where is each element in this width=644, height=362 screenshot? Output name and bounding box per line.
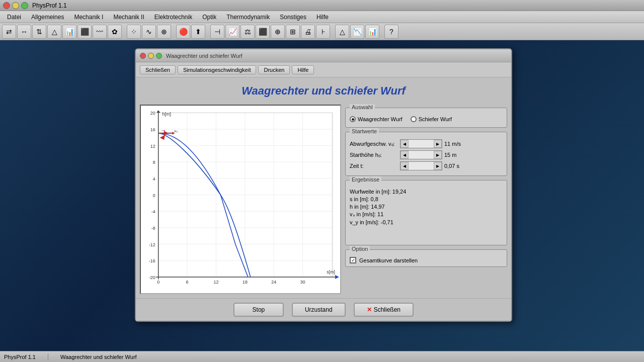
tb-btn-11[interactable]: ⊕ xyxy=(157,25,171,39)
tb-btn-8[interactable]: ✿ xyxy=(108,25,122,39)
status-left: PhysProf 1.1 xyxy=(4,354,36,360)
tb-btn-10[interactable]: ∿ xyxy=(142,25,156,39)
starthoehe-stepper[interactable]: ◀ ▶ xyxy=(400,150,442,159)
dialog-buttons: Stop Urzustand ✕ Schließen xyxy=(136,298,511,321)
status-separator xyxy=(48,353,48,360)
starthoehe-dec[interactable]: ◀ xyxy=(400,151,409,159)
menu-datei[interactable]: Datei xyxy=(2,13,26,22)
starthoehe-inc[interactable]: ▶ xyxy=(434,151,442,159)
tb-btn-24[interactable]: 📊 xyxy=(365,25,379,39)
tb-btn-16[interactable]: ⚖ xyxy=(240,25,255,39)
menu-hilfe[interactable]: Hilfe xyxy=(311,13,334,22)
tb-btn-21[interactable]: ⊦ xyxy=(316,25,330,39)
zeit-label: Zeit t: xyxy=(350,163,400,169)
s-text: s in [m]: 0,8 xyxy=(350,196,503,202)
svg-text:24: 24 xyxy=(271,280,276,285)
tb-btn-14[interactable]: ⊣ xyxy=(210,25,224,39)
tb-btn-18[interactable]: ⊕ xyxy=(271,25,285,39)
radio-waagrecht-label: Waagrechter Wurf xyxy=(358,116,403,122)
svg-text:h[m]: h[m] xyxy=(163,112,171,117)
wurfweite-text: Wurfweite in [m]: 19,24 xyxy=(350,189,503,195)
tb-btn-9[interactable]: ⁘ xyxy=(127,25,141,39)
menu-allgemeines[interactable]: Allgemeines xyxy=(26,13,69,22)
dialog-hilfe-btn[interactable]: Hilfe xyxy=(292,65,314,74)
radio-schief[interactable]: Schiefer Wurf xyxy=(411,116,452,122)
gesamtkurve-checkbox[interactable] xyxy=(350,257,356,263)
svg-text:16: 16 xyxy=(150,127,155,132)
startwerte-group: Startwerte Abwurfgeschw. v₀: ◀ ▶ 11 m/s xyxy=(345,132,507,176)
abwurf-dec[interactable]: ◀ xyxy=(400,140,409,148)
tb-btn-2[interactable]: ↔ xyxy=(17,25,31,39)
menu-optik[interactable]: Optik xyxy=(197,13,221,22)
dialog-toolbar: Schließen Simulationsgeschwindigkeit Dru… xyxy=(136,62,511,77)
svg-text:30: 30 xyxy=(300,280,305,285)
svg-text:→: → xyxy=(160,128,165,133)
vy-text: v_y in [m/s]: -0,71 xyxy=(350,219,503,225)
auswahl-group: Auswahl Waagrechter Wurf Schiefer Wurf xyxy=(345,108,507,128)
tb-btn-15[interactable]: 📈 xyxy=(225,25,239,39)
menu-thermo[interactable]: Thermodynamik xyxy=(221,13,275,22)
tb-btn-4[interactable]: △ xyxy=(47,25,61,39)
abwurf-inc[interactable]: ▶ xyxy=(434,140,442,148)
menu-elektro[interactable]: Elektrotechnik xyxy=(149,13,197,22)
dialog-titlebar: Waagrechter und schiefer Wurf xyxy=(136,49,511,62)
svg-text:8: 8 xyxy=(153,160,155,165)
zeit-dec[interactable]: ◀ xyxy=(400,162,409,170)
tb-btn-22[interactable]: △ xyxy=(335,25,349,39)
menu-bar: Datei Allgemeines Mechanik I Mechanik II… xyxy=(0,11,644,23)
urzustand-button[interactable]: Urzustand xyxy=(292,303,346,317)
tb-btn-3[interactable]: ⇅ xyxy=(32,25,46,39)
radio-group: Waagrechter Wurf Schiefer Wurf xyxy=(350,114,503,124)
radio-schief-indicator xyxy=(411,116,417,122)
svg-text:-8: -8 xyxy=(151,226,155,231)
dialog-close-btn[interactable] xyxy=(140,53,146,59)
stop-button[interactable]: Stop xyxy=(233,303,284,317)
tb-btn-12[interactable]: 🔴 xyxy=(176,25,190,39)
maximize-btn[interactable] xyxy=(21,2,28,9)
zeit-track xyxy=(409,162,434,170)
tb-btn-17[interactable]: ⬛ xyxy=(256,25,270,39)
dialog-max-btn[interactable] xyxy=(156,53,162,59)
dialog-simspeed-btn[interactable]: Simulationsgeschwindigkeit xyxy=(178,65,257,74)
svg-marker-22 xyxy=(156,110,160,113)
gesamtkurve-item[interactable]: Gesamtkurve darstellen xyxy=(350,257,503,263)
schliessen-button[interactable]: ✕ Schließen xyxy=(354,303,414,317)
status-right: Waagrechter und schiefer Wurf xyxy=(60,354,137,360)
tb-btn-25[interactable]: ? xyxy=(384,25,398,39)
dialog-min-btn[interactable] xyxy=(148,53,154,59)
dialog-drucken-btn[interactable]: Drucken xyxy=(258,65,290,74)
radio-schief-label: Schiefer Wurf xyxy=(419,116,452,122)
menu-sonstiges[interactable]: Sonstiges xyxy=(275,13,311,22)
option-title: Option xyxy=(350,246,370,252)
tb-btn-13[interactable]: ⬆ xyxy=(191,25,205,39)
radio-waagrecht-indicator xyxy=(350,116,356,122)
abwurf-label: Abwurfgeschw. v₀: xyxy=(350,141,400,147)
menu-mechanik2[interactable]: Mechanik II xyxy=(108,13,149,22)
tb-btn-5[interactable]: 📊 xyxy=(62,25,76,39)
option-group: Option Gesamtkurve darstellen xyxy=(345,249,507,267)
abwurf-track xyxy=(409,140,434,148)
minimize-btn[interactable] xyxy=(12,2,19,9)
radio-waagrecht[interactable]: Waagrechter Wurf xyxy=(350,116,403,122)
graph-container: 20 16 12 8 4 0 -4 -8 -12 -16 -20 0 6 12 … xyxy=(140,105,341,294)
close-btn[interactable] xyxy=(3,2,10,9)
tb-btn-6[interactable]: ⬛ xyxy=(77,25,92,39)
abwurf-stepper[interactable]: ◀ ▶ xyxy=(400,139,442,148)
svg-text:12: 12 xyxy=(150,144,155,149)
startwerte-title: Startwerte xyxy=(350,128,379,134)
zeit-inc[interactable]: ▶ xyxy=(434,162,442,170)
dialog-schliessen-btn[interactable]: Schließen xyxy=(140,65,176,74)
tb-btn-7[interactable]: 〰 xyxy=(93,25,107,39)
dialog-window: Waagrechter und schiefer Wurf Schließen … xyxy=(135,48,512,322)
dialog-heading: Waagrechter und schiefer Wurf xyxy=(140,81,507,101)
tb-btn-1[interactable]: ⇄ xyxy=(2,25,16,39)
graph-svg: 20 16 12 8 4 0 -4 -8 -12 -16 -20 0 6 12 … xyxy=(143,108,338,289)
schliessen-label: Schließen xyxy=(374,306,400,313)
menu-mechanik1[interactable]: Mechanik I xyxy=(69,13,108,22)
tb-btn-19[interactable]: ⊞ xyxy=(286,25,300,39)
zeit-stepper[interactable]: ◀ ▶ xyxy=(400,161,442,170)
dialog-title-label: Waagrechter und schiefer Wurf xyxy=(166,53,243,59)
svg-text:4: 4 xyxy=(153,176,155,182)
tb-btn-20[interactable]: 🖨 xyxy=(301,25,315,39)
tb-btn-23[interactable]: 📉 xyxy=(350,25,364,39)
